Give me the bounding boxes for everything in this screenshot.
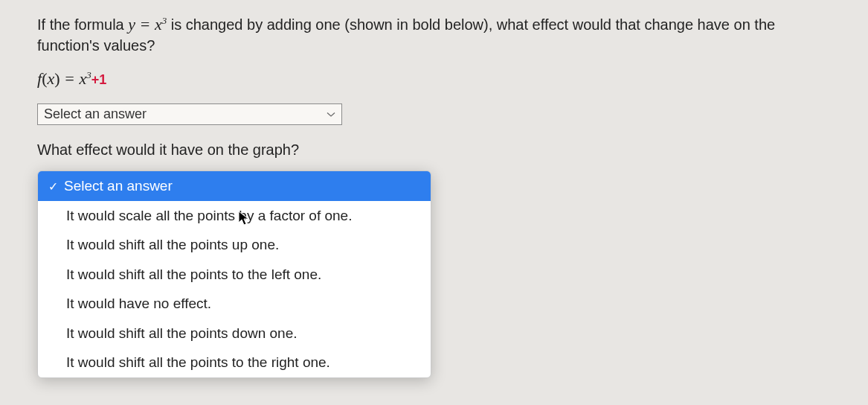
- equation-plus-one: +1: [91, 72, 107, 87]
- dropdown-option-placeholder[interactable]: ✓Select an answer: [38, 171, 431, 201]
- dropdown-option-0[interactable]: It would scale all the points by a facto…: [38, 201, 431, 231]
- equation-x-arg: x: [47, 69, 54, 88]
- equation-eq: =: [60, 69, 80, 88]
- dropdown-selected-label: Select an answer: [64, 178, 173, 194]
- dropdown-option-2[interactable]: It would shift all the points to the lef…: [38, 260, 431, 290]
- question-1-before: If the formula: [37, 16, 128, 33]
- question-1-text: If the formula y = x3 is changed by addi…: [37, 13, 831, 56]
- answer-select-2-dropdown[interactable]: ✓Select an answer It would scale all the…: [37, 170, 431, 378]
- dropdown-option-3[interactable]: It would have no effect.: [38, 289, 431, 319]
- formula-x: x: [155, 15, 162, 34]
- equation-paren-close: ): [54, 69, 60, 88]
- dropdown-option-5[interactable]: It would shift all the points to the rig…: [38, 348, 431, 377]
- dropdown-option-1[interactable]: It would shift all the points up one.: [38, 230, 431, 260]
- formula-inline: y = x3: [128, 15, 167, 34]
- equation-base: x: [79, 69, 86, 88]
- select-1-placeholder: Select an answer: [44, 106, 147, 122]
- equation-display: f(x) = x3+1: [37, 69, 831, 89]
- answer-select-1[interactable]: Select an answer: [37, 103, 342, 125]
- chevron-down-icon: [327, 109, 335, 120]
- dropdown-option-4[interactable]: It would shift all the points down one.: [38, 319, 431, 348]
- formula-y: y: [128, 15, 135, 34]
- check-icon: ✓: [48, 180, 58, 193]
- formula-eq: =: [135, 15, 155, 34]
- question-2-text: What effect would it have on the graph?: [37, 141, 831, 159]
